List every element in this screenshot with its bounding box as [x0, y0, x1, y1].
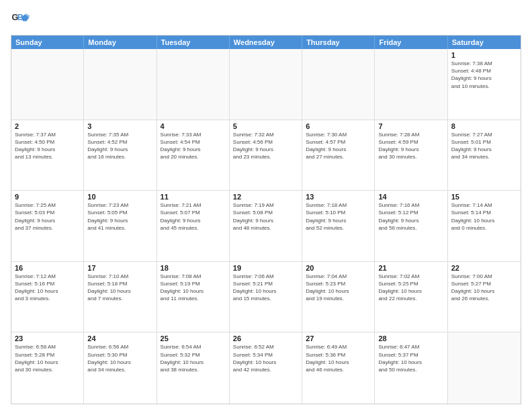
day-info: Sunrise: 7:10 AM Sunset: 5:18 PM Dayligh… [87, 273, 152, 303]
calendar-cell [302, 49, 375, 120]
day-header-thursday: Thursday [302, 36, 375, 49]
calendar-cell: 5Sunrise: 7:32 AM Sunset: 4:56 PM Daylig… [230, 120, 302, 191]
day-number: 20 [306, 264, 371, 272]
calendar-cell: 21Sunrise: 7:02 AM Sunset: 5:25 PM Dayli… [375, 262, 447, 332]
calendar-cell: 14Sunrise: 7:16 AM Sunset: 5:12 PM Dayli… [375, 191, 447, 261]
calendar-cell: 15Sunrise: 7:14 AM Sunset: 5:14 PM Dayli… [448, 191, 521, 261]
day-info: Sunrise: 7:12 AM Sunset: 5:16 PM Dayligh… [15, 273, 80, 303]
calendar-cell: 8Sunrise: 7:27 AM Sunset: 5:01 PM Daylig… [448, 120, 521, 191]
calendar-cell: 12Sunrise: 7:19 AM Sunset: 5:08 PM Dayli… [230, 191, 302, 261]
day-number: 6 [306, 122, 371, 130]
day-info: Sunrise: 7:30 AM Sunset: 4:57 PM Dayligh… [306, 131, 371, 161]
day-number: 7 [378, 122, 443, 130]
calendar-cell: 18Sunrise: 7:08 AM Sunset: 5:19 PM Dayli… [157, 262, 230, 332]
calendar-cell [375, 49, 447, 120]
day-number: 18 [161, 264, 226, 272]
day-number: 4 [161, 122, 226, 130]
calendar-cell: 2Sunrise: 7:37 AM Sunset: 4:50 PM Daylig… [11, 120, 84, 191]
calendar-cell: 26Sunrise: 6:52 AM Sunset: 5:34 PM Dayli… [230, 332, 302, 404]
day-number: 13 [306, 193, 371, 201]
calendar-cell: 23Sunrise: 6:58 AM Sunset: 5:28 PM Dayli… [11, 332, 84, 404]
day-info: Sunrise: 7:23 AM Sunset: 5:05 PM Dayligh… [87, 201, 152, 232]
logo: G B [11, 11, 32, 30]
day-info: Sunrise: 7:35 AM Sunset: 4:52 PM Dayligh… [87, 131, 152, 161]
day-number: 1 [451, 51, 517, 59]
day-number: 10 [87, 193, 152, 201]
day-number: 8 [451, 122, 517, 130]
day-info: Sunrise: 7:06 AM Sunset: 5:21 PM Dayligh… [233, 273, 298, 303]
day-info: Sunrise: 7:21 AM Sunset: 5:07 PM Dayligh… [161, 201, 226, 232]
day-header-wednesday: Wednesday [230, 36, 302, 49]
day-number: 11 [161, 193, 226, 201]
day-info: Sunrise: 7:00 AM Sunset: 5:27 PM Dayligh… [451, 273, 517, 303]
calendar-cell: 7Sunrise: 7:28 AM Sunset: 4:59 PM Daylig… [375, 120, 447, 191]
header: G B [11, 11, 521, 30]
calendar-cell [448, 332, 521, 404]
calendar-cell: 20Sunrise: 7:04 AM Sunset: 5:23 PM Dayli… [302, 262, 375, 332]
calendar-cell [230, 49, 302, 120]
day-number: 14 [378, 193, 443, 201]
day-header-sunday: Sunday [11, 36, 84, 49]
day-number: 5 [233, 122, 298, 130]
day-number: 28 [378, 334, 443, 342]
day-number: 3 [87, 122, 152, 130]
calendar-body: 1Sunrise: 7:38 AM Sunset: 4:48 PM Daylig… [11, 49, 521, 404]
day-number: 19 [233, 264, 298, 272]
day-number: 24 [87, 334, 152, 342]
day-number: 21 [378, 264, 443, 272]
day-info: Sunrise: 6:52 AM Sunset: 5:34 PM Dayligh… [233, 343, 298, 373]
page: G B SundayMondayTuesdayWednesdayThursday… [0, 0, 532, 411]
day-header-tuesday: Tuesday [157, 36, 230, 49]
day-number: 9 [15, 193, 80, 201]
day-info: Sunrise: 6:47 AM Sunset: 5:37 PM Dayligh… [378, 343, 443, 373]
calendar-row-3: 9Sunrise: 7:25 AM Sunset: 5:03 PM Daylig… [11, 191, 521, 262]
day-info: Sunrise: 7:16 AM Sunset: 5:12 PM Dayligh… [378, 201, 443, 232]
day-info: Sunrise: 7:33 AM Sunset: 4:54 PM Dayligh… [161, 131, 226, 161]
day-number: 12 [233, 193, 298, 201]
day-header-monday: Monday [84, 36, 157, 49]
day-info: Sunrise: 6:56 AM Sunset: 5:30 PM Dayligh… [87, 343, 152, 373]
day-header-friday: Friday [375, 36, 447, 49]
day-info: Sunrise: 7:27 AM Sunset: 5:01 PM Dayligh… [451, 131, 517, 161]
calendar-cell: 25Sunrise: 6:54 AM Sunset: 5:32 PM Dayli… [157, 332, 230, 404]
calendar-cell [157, 49, 230, 120]
calendar-cell: 3Sunrise: 7:35 AM Sunset: 4:52 PM Daylig… [84, 120, 157, 191]
day-info: Sunrise: 6:49 AM Sunset: 5:36 PM Dayligh… [306, 343, 371, 373]
day-info: Sunrise: 7:14 AM Sunset: 5:14 PM Dayligh… [451, 201, 517, 232]
day-info: Sunrise: 7:37 AM Sunset: 4:50 PM Dayligh… [15, 131, 80, 161]
calendar-cell: 9Sunrise: 7:25 AM Sunset: 5:03 PM Daylig… [11, 191, 84, 261]
day-number: 26 [233, 334, 298, 342]
calendar-cell: 13Sunrise: 7:18 AM Sunset: 5:10 PM Dayli… [302, 191, 375, 261]
day-info: Sunrise: 6:58 AM Sunset: 5:28 PM Dayligh… [15, 343, 80, 373]
calendar-header: SundayMondayTuesdayWednesdayThursdayFrid… [11, 36, 521, 49]
day-info: Sunrise: 7:08 AM Sunset: 5:19 PM Dayligh… [161, 273, 226, 303]
calendar-row-1: 1Sunrise: 7:38 AM Sunset: 4:48 PM Daylig… [11, 49, 521, 120]
calendar-cell: 4Sunrise: 7:33 AM Sunset: 4:54 PM Daylig… [157, 120, 230, 191]
calendar-cell: 6Sunrise: 7:30 AM Sunset: 4:57 PM Daylig… [302, 120, 375, 191]
day-header-saturday: Saturday [448, 36, 521, 49]
calendar-cell: 1Sunrise: 7:38 AM Sunset: 4:48 PM Daylig… [448, 49, 521, 120]
calendar-row-5: 23Sunrise: 6:58 AM Sunset: 5:28 PM Dayli… [11, 332, 521, 404]
day-number: 16 [15, 264, 80, 272]
day-number: 23 [15, 334, 80, 342]
calendar-cell [84, 49, 157, 120]
day-info: Sunrise: 6:54 AM Sunset: 5:32 PM Dayligh… [161, 343, 226, 373]
calendar-row-4: 16Sunrise: 7:12 AM Sunset: 5:16 PM Dayli… [11, 262, 521, 333]
day-number: 25 [161, 334, 226, 342]
day-info: Sunrise: 7:32 AM Sunset: 4:56 PM Dayligh… [233, 131, 298, 161]
calendar-cell: 10Sunrise: 7:23 AM Sunset: 5:05 PM Dayli… [84, 191, 157, 261]
calendar-cell: 22Sunrise: 7:00 AM Sunset: 5:27 PM Dayli… [448, 262, 521, 332]
calendar-cell: 16Sunrise: 7:12 AM Sunset: 5:16 PM Dayli… [11, 262, 84, 332]
calendar-cell: 17Sunrise: 7:10 AM Sunset: 5:18 PM Dayli… [84, 262, 157, 332]
calendar: SundayMondayTuesdayWednesdayThursdayFrid… [11, 35, 521, 404]
svg-marker-3 [24, 13, 30, 19]
day-info: Sunrise: 7:28 AM Sunset: 4:59 PM Dayligh… [378, 131, 443, 161]
day-info: Sunrise: 7:19 AM Sunset: 5:08 PM Dayligh… [233, 201, 298, 232]
calendar-cell: 19Sunrise: 7:06 AM Sunset: 5:21 PM Dayli… [230, 262, 302, 332]
day-number: 2 [15, 122, 80, 130]
calendar-cell: 11Sunrise: 7:21 AM Sunset: 5:07 PM Dayli… [157, 191, 230, 261]
day-info: Sunrise: 7:18 AM Sunset: 5:10 PM Dayligh… [306, 201, 371, 232]
calendar-row-2: 2Sunrise: 7:37 AM Sunset: 4:50 PM Daylig… [11, 120, 521, 191]
day-info: Sunrise: 7:25 AM Sunset: 5:03 PM Dayligh… [15, 201, 80, 232]
calendar-cell [11, 49, 84, 120]
